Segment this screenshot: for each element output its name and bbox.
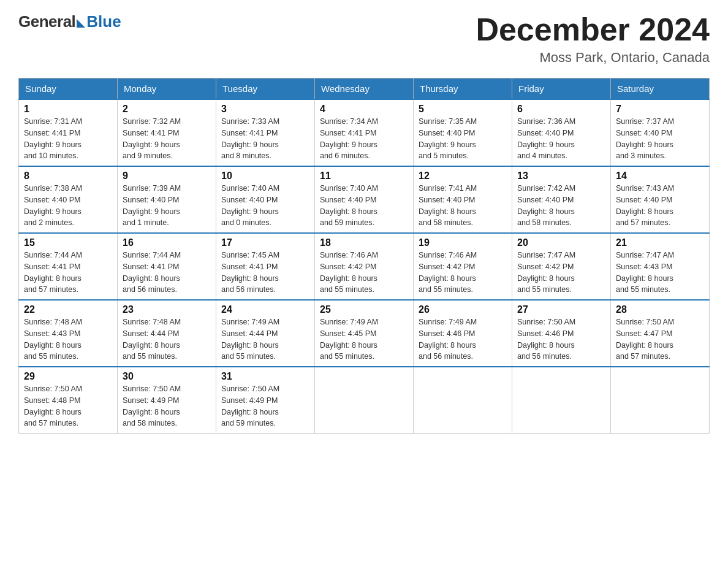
- calendar-cell: 18Sunrise: 7:46 AMSunset: 4:42 PMDayligh…: [315, 233, 414, 300]
- calendar-cell: 11Sunrise: 7:40 AMSunset: 4:40 PMDayligh…: [315, 166, 414, 233]
- calendar-week-row: 29Sunrise: 7:50 AMSunset: 4:48 PMDayligh…: [19, 367, 710, 434]
- calendar-cell: 17Sunrise: 7:45 AMSunset: 4:41 PMDayligh…: [216, 233, 315, 300]
- calendar-table: SundayMondayTuesdayWednesdayThursdayFrid…: [18, 78, 710, 434]
- day-info: Sunrise: 7:42 AMSunset: 4:40 PMDaylight:…: [517, 183, 605, 229]
- page-header: General Blue December 2024 Moss Park, On…: [18, 12, 710, 66]
- day-info: Sunrise: 7:50 AMSunset: 4:49 PMDaylight:…: [123, 383, 211, 429]
- day-info: Sunrise: 7:44 AMSunset: 4:41 PMDaylight:…: [123, 250, 211, 296]
- day-number: 28: [616, 304, 704, 315]
- calendar-week-row: 22Sunrise: 7:48 AMSunset: 4:43 PMDayligh…: [19, 300, 710, 367]
- logo: General Blue: [18, 12, 121, 31]
- day-number: 15: [24, 237, 112, 248]
- day-info: Sunrise: 7:50 AMSunset: 4:49 PMDaylight:…: [221, 383, 309, 429]
- calendar-cell: [611, 367, 710, 434]
- logo-triangle-icon: [77, 19, 85, 28]
- logo-general-text: General: [18, 12, 75, 31]
- calendar-cell: 22Sunrise: 7:48 AMSunset: 4:43 PMDayligh…: [19, 300, 118, 367]
- calendar-cell: 31Sunrise: 7:50 AMSunset: 4:49 PMDayligh…: [216, 367, 315, 434]
- calendar-cell: 29Sunrise: 7:50 AMSunset: 4:48 PMDayligh…: [19, 367, 118, 434]
- calendar-cell: 21Sunrise: 7:47 AMSunset: 4:43 PMDayligh…: [611, 233, 710, 300]
- day-number: 1: [24, 104, 112, 115]
- day-info: Sunrise: 7:43 AMSunset: 4:40 PMDaylight:…: [616, 183, 704, 229]
- day-number: 26: [419, 304, 507, 315]
- day-number: 3: [221, 104, 309, 115]
- day-number: 27: [517, 304, 605, 315]
- day-info: Sunrise: 7:46 AMSunset: 4:42 PMDaylight:…: [320, 250, 408, 296]
- day-number: 14: [616, 170, 704, 182]
- day-info: Sunrise: 7:47 AMSunset: 4:42 PMDaylight:…: [517, 250, 605, 296]
- calendar-cell: 12Sunrise: 7:41 AMSunset: 4:40 PMDayligh…: [414, 166, 512, 233]
- header-monday: Monday: [118, 79, 216, 100]
- calendar-cell: [315, 367, 414, 434]
- calendar-cell: 23Sunrise: 7:48 AMSunset: 4:44 PMDayligh…: [118, 300, 216, 367]
- calendar-cell: 24Sunrise: 7:49 AMSunset: 4:44 PMDayligh…: [216, 300, 315, 367]
- day-number: 9: [123, 170, 211, 182]
- day-number: 16: [123, 237, 211, 248]
- calendar-cell: 25Sunrise: 7:49 AMSunset: 4:45 PMDayligh…: [315, 300, 414, 367]
- header-thursday: Thursday: [414, 79, 512, 100]
- day-info: Sunrise: 7:48 AMSunset: 4:44 PMDaylight:…: [123, 316, 211, 362]
- day-number: 6: [517, 104, 605, 115]
- day-number: 21: [616, 237, 704, 248]
- day-info: Sunrise: 7:48 AMSunset: 4:43 PMDaylight:…: [24, 316, 112, 362]
- day-number: 13: [517, 170, 605, 182]
- calendar-cell: 26Sunrise: 7:49 AMSunset: 4:46 PMDayligh…: [414, 300, 512, 367]
- calendar-cell: 16Sunrise: 7:44 AMSunset: 4:41 PMDayligh…: [118, 233, 216, 300]
- day-info: Sunrise: 7:35 AMSunset: 4:40 PMDaylight:…: [419, 116, 507, 162]
- calendar-header-row: SundayMondayTuesdayWednesdayThursdayFrid…: [19, 79, 710, 100]
- day-number: 24: [221, 304, 309, 315]
- day-info: Sunrise: 7:31 AMSunset: 4:41 PMDaylight:…: [24, 116, 112, 162]
- calendar-cell: 3Sunrise: 7:33 AMSunset: 4:41 PMDaylight…: [216, 99, 315, 166]
- calendar-cell: 13Sunrise: 7:42 AMSunset: 4:40 PMDayligh…: [512, 166, 611, 233]
- day-number: 17: [221, 237, 309, 248]
- calendar-cell: 28Sunrise: 7:50 AMSunset: 4:47 PMDayligh…: [611, 300, 710, 367]
- header-wednesday: Wednesday: [315, 79, 414, 100]
- calendar-cell: 8Sunrise: 7:38 AMSunset: 4:40 PMDaylight…: [19, 166, 118, 233]
- day-info: Sunrise: 7:50 AMSunset: 4:48 PMDaylight:…: [24, 383, 112, 429]
- logo-blue-text: Blue: [86, 12, 121, 31]
- day-info: Sunrise: 7:49 AMSunset: 4:46 PMDaylight:…: [419, 316, 507, 362]
- day-number: 22: [24, 304, 112, 315]
- day-info: Sunrise: 7:46 AMSunset: 4:42 PMDaylight:…: [419, 250, 507, 296]
- day-number: 8: [24, 170, 112, 182]
- calendar-cell: 4Sunrise: 7:34 AMSunset: 4:41 PMDaylight…: [315, 99, 414, 166]
- day-number: 10: [221, 170, 309, 182]
- calendar-cell: 9Sunrise: 7:39 AMSunset: 4:40 PMDaylight…: [118, 166, 216, 233]
- calendar-cell: 2Sunrise: 7:32 AMSunset: 4:41 PMDaylight…: [118, 99, 216, 166]
- day-number: 20: [517, 237, 605, 248]
- day-info: Sunrise: 7:44 AMSunset: 4:41 PMDaylight:…: [24, 250, 112, 296]
- day-number: 31: [221, 371, 309, 382]
- calendar-cell: 6Sunrise: 7:36 AMSunset: 4:40 PMDaylight…: [512, 99, 611, 166]
- location-text: Moss Park, Ontario, Canada: [476, 50, 710, 66]
- header-sunday: Sunday: [19, 79, 118, 100]
- day-number: 29: [24, 371, 112, 382]
- calendar-cell: 15Sunrise: 7:44 AMSunset: 4:41 PMDayligh…: [19, 233, 118, 300]
- day-info: Sunrise: 7:47 AMSunset: 4:43 PMDaylight:…: [616, 250, 704, 296]
- day-info: Sunrise: 7:38 AMSunset: 4:40 PMDaylight:…: [24, 183, 112, 229]
- header-friday: Friday: [512, 79, 611, 100]
- calendar-cell: [512, 367, 611, 434]
- day-number: 5: [419, 104, 507, 115]
- calendar-cell: 27Sunrise: 7:50 AMSunset: 4:46 PMDayligh…: [512, 300, 611, 367]
- day-info: Sunrise: 7:50 AMSunset: 4:47 PMDaylight:…: [616, 316, 704, 362]
- calendar-cell: 20Sunrise: 7:47 AMSunset: 4:42 PMDayligh…: [512, 233, 611, 300]
- calendar-cell: 30Sunrise: 7:50 AMSunset: 4:49 PMDayligh…: [118, 367, 216, 434]
- day-info: Sunrise: 7:37 AMSunset: 4:40 PMDaylight:…: [616, 116, 704, 162]
- day-number: 7: [616, 104, 704, 115]
- day-number: 18: [320, 237, 408, 248]
- calendar-cell: [414, 367, 512, 434]
- day-info: Sunrise: 7:49 AMSunset: 4:44 PMDaylight:…: [221, 316, 309, 362]
- day-info: Sunrise: 7:36 AMSunset: 4:40 PMDaylight:…: [517, 116, 605, 162]
- day-number: 30: [123, 371, 211, 382]
- day-number: 2: [123, 104, 211, 115]
- calendar-cell: 10Sunrise: 7:40 AMSunset: 4:40 PMDayligh…: [216, 166, 315, 233]
- day-number: 19: [419, 237, 507, 248]
- day-number: 23: [123, 304, 211, 315]
- day-info: Sunrise: 7:34 AMSunset: 4:41 PMDaylight:…: [320, 116, 408, 162]
- calendar-cell: 14Sunrise: 7:43 AMSunset: 4:40 PMDayligh…: [611, 166, 710, 233]
- day-info: Sunrise: 7:49 AMSunset: 4:45 PMDaylight:…: [320, 316, 408, 362]
- calendar-cell: 1Sunrise: 7:31 AMSunset: 4:41 PMDaylight…: [19, 99, 118, 166]
- day-info: Sunrise: 7:39 AMSunset: 4:40 PMDaylight:…: [123, 183, 211, 229]
- header-tuesday: Tuesday: [216, 79, 315, 100]
- calendar-week-row: 8Sunrise: 7:38 AMSunset: 4:40 PMDaylight…: [19, 166, 710, 233]
